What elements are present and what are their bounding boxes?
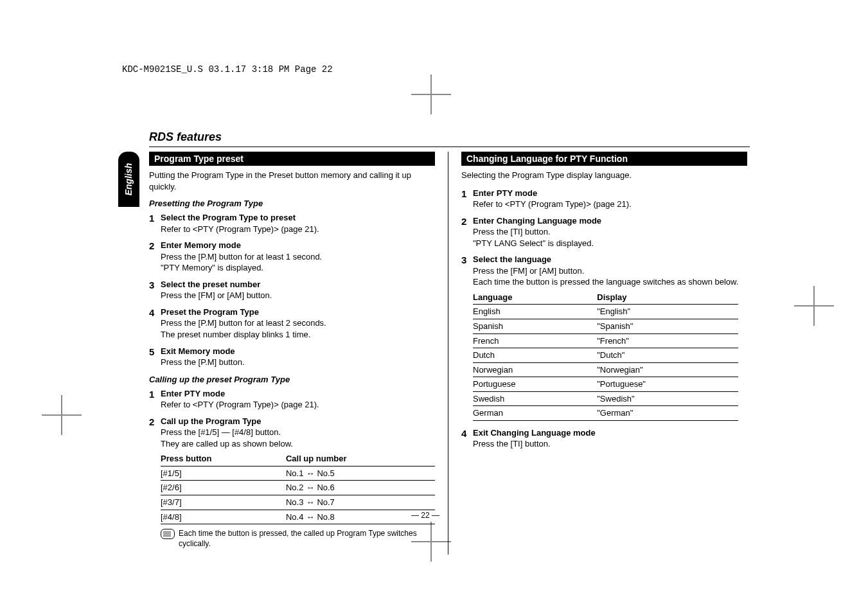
crop-mark-left-icon	[35, 402, 87, 427]
language-table: Language Display English"English" Spanis…	[473, 290, 738, 421]
table-cell: Spanish	[473, 319, 597, 334]
step-number: 4	[149, 306, 161, 341]
table-row: [#4/8] No.4↔No.8	[161, 510, 435, 524]
section-title: RDS features	[149, 130, 222, 144]
table-cell: "English"	[597, 305, 738, 319]
step-body: Press the [TI] button. "PTY LANG Select"…	[473, 226, 601, 249]
table-row: Dutch"Dutch"	[473, 348, 738, 363]
step: 1 Enter PTY mode Refer to <PTY (Program …	[461, 188, 747, 210]
press-button-table: Press button Call up number [#1/5] No.1↔…	[161, 452, 435, 524]
table-cell: "Spanish"	[597, 319, 738, 334]
step-body: Press the [FM] or [AM] button. Each time…	[473, 265, 738, 288]
step: 5 Exit Memory mode Press the [P.M] butto…	[149, 346, 435, 368]
step-number: 5	[149, 346, 161, 368]
table-row: [#2/6] No.2↔No.6	[161, 481, 435, 495]
step-title: Call up the Program Type	[161, 416, 435, 427]
step-title: Enter PTY mode	[161, 388, 319, 400]
table-cell: Dutch	[473, 348, 597, 363]
step-title: Enter Changing Language mode	[473, 215, 601, 227]
table-row: German"German"	[473, 406, 738, 421]
step-number: 1	[461, 188, 473, 210]
left-column: Program Type preset Putting the Program …	[149, 152, 435, 555]
table-row: Portuguese"Portuguese"	[473, 377, 738, 392]
step: 2 Enter Changing Language mode Press the…	[461, 215, 747, 249]
table-header: Display	[597, 290, 738, 305]
content-columns: Program Type preset Putting the Program …	[149, 152, 750, 555]
table-cell: No.1↔No.5	[286, 466, 435, 481]
step: 4 Exit Changing Language mode Press the …	[461, 427, 747, 450]
step-body: Press the [P.M] button for at least 2 se…	[161, 317, 326, 340]
step-title: Exit Memory mode	[161, 346, 245, 357]
note-icon	[161, 529, 175, 539]
step-number: 3	[149, 279, 161, 301]
table-row: English"English"	[473, 305, 738, 319]
step-number: 2	[149, 240, 161, 274]
right-bar-heading: Changing Language for PTY Function	[461, 152, 747, 166]
step-number: 2	[149, 416, 161, 549]
bidirectional-arrow-icon: ↔	[303, 512, 317, 522]
language-side-tab-label: English	[124, 163, 134, 196]
table-cell: "Swedish"	[597, 391, 738, 406]
step-body: Press the [P.M] button for at least 1 se…	[161, 251, 322, 274]
note: Each time the button is pressed, the cal…	[161, 528, 435, 549]
step: 1 Enter PTY mode Refer to <PTY (Program …	[149, 388, 435, 411]
step: 4 Preset the Program Type Press the [P.M…	[149, 306, 435, 341]
table-cell: Norwegian	[473, 362, 597, 377]
step-body: Refer to <PTY (Program Type)> (page 21).	[161, 399, 319, 411]
print-header: KDC-M9021SE_U.S 03.1.17 3:18 PM Page 22	[122, 64, 333, 75]
bidirectional-arrow-icon: ↔	[303, 483, 317, 492]
table-row: [#1/5] No.1↔No.5	[161, 466, 435, 481]
table-cell: "Dutch"	[597, 348, 738, 363]
step: 2 Enter Memory mode Press the [P.M] butt…	[149, 240, 435, 274]
table-cell: Portuguese	[473, 377, 597, 392]
step: 2 Call up the Program Type Press the [#1…	[149, 416, 435, 549]
step-title: Select the preset number	[161, 279, 272, 290]
table-cell: "German"	[597, 406, 738, 421]
step-number: 1	[149, 388, 161, 411]
page-number: — 22 —	[411, 511, 439, 520]
step-number: 4	[461, 427, 473, 450]
section-title-underline	[149, 147, 750, 147]
table-cell: [#2/6]	[161, 481, 286, 495]
step-body: Refer to <PTY (Program Type)> (page 21).	[473, 199, 632, 210]
right-column: Changing Language for PTY Function Selec…	[461, 152, 747, 555]
table-cell: No.2↔No.6	[286, 481, 435, 495]
column-divider	[448, 152, 448, 555]
table-row: French"French"	[473, 333, 738, 348]
crop-mark-top-icon	[405, 81, 456, 107]
note-text: Each time the button is pressed, the cal…	[179, 528, 435, 549]
table-cell: "Norwegian"	[597, 362, 738, 377]
table-header: Language	[473, 290, 597, 305]
step-body: Press the [P.M] button.	[161, 357, 245, 368]
left-bar-heading: Program Type preset	[149, 152, 435, 166]
table-cell: German	[473, 406, 597, 421]
step-title: Enter PTY mode	[473, 188, 632, 199]
table-cell: [#3/7]	[161, 495, 286, 510]
step-title: Select the language	[473, 254, 738, 265]
table-cell: Swedish	[473, 391, 597, 406]
step: 1 Select the Program Type to preset Refe…	[149, 212, 435, 235]
table-cell: [#4/8]	[161, 510, 286, 524]
crop-mark-right-icon	[788, 292, 839, 318]
table-cell: "French"	[597, 333, 738, 348]
table-header: Press button	[161, 452, 286, 466]
step-title: Enter Memory mode	[161, 240, 322, 251]
step-title: Exit Changing Language mode	[473, 427, 596, 439]
table-header: Call up number	[286, 452, 435, 466]
step-number: 1	[149, 212, 161, 235]
step-title: Select the Program Type to preset	[161, 212, 319, 224]
step-body: Press the [FM] or [AM] button.	[161, 290, 272, 301]
table-cell: No.3↔No.7	[286, 495, 435, 510]
step: 3 Select the language Press the [FM] or …	[461, 254, 747, 421]
left-intro: Putting the Program Type in the Preset b…	[149, 170, 435, 192]
language-side-tab: English	[118, 152, 139, 207]
right-intro: Selecting the Program Type display langu…	[461, 170, 747, 181]
bidirectional-arrow-icon: ↔	[303, 497, 317, 507]
table-cell: French	[473, 333, 597, 348]
left-subhead-presetting: Presetting the Program Type	[149, 199, 435, 208]
left-subhead-calling: Calling up the preset Program Type	[149, 375, 435, 384]
table-row: [#3/7] No.3↔No.7	[161, 495, 435, 510]
table-row: Swedish"Swedish"	[473, 391, 738, 406]
bidirectional-arrow-icon: ↔	[303, 468, 317, 478]
step-number: 3	[461, 254, 473, 421]
